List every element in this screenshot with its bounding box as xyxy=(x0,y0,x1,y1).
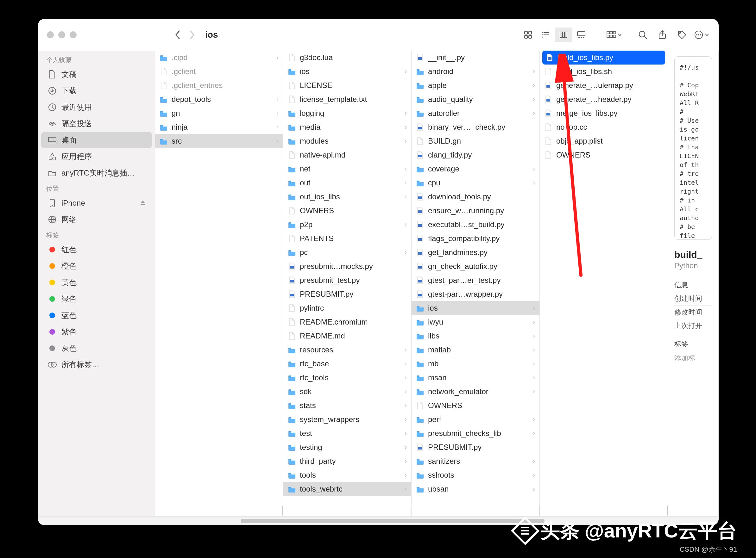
sidebar-item[interactable]: 所有标签… xyxy=(41,356,152,373)
folder-row[interactable]: gn› xyxy=(155,106,283,120)
file-row[interactable]: build_ios_libs.py xyxy=(542,51,665,65)
folder-row[interactable]: sslroots› xyxy=(412,468,539,482)
folder-row[interactable]: ubsan› xyxy=(412,482,539,496)
folder-row[interactable]: network_emulator› xyxy=(412,385,539,399)
sidebar-item[interactable]: 紫色 xyxy=(41,324,152,340)
folder-row[interactable]: media› xyxy=(283,120,411,134)
folder-row[interactable]: mb› xyxy=(412,357,539,371)
folder-row[interactable]: logging› xyxy=(283,106,411,120)
forward-button[interactable] xyxy=(186,28,198,41)
column-1[interactable]: g3doc.luaios›LICENSElicense_template.txt… xyxy=(283,51,412,516)
file-row[interactable]: OWNERS xyxy=(540,148,668,162)
eject-icon[interactable] xyxy=(140,199,146,207)
folder-row[interactable]: iwyu› xyxy=(412,315,539,329)
file-row[interactable]: g3doc.lua xyxy=(283,51,411,65)
folder-row[interactable]: ios› xyxy=(412,301,539,315)
file-row[interactable]: ensure_w…running.py xyxy=(412,204,539,218)
sidebar-item[interactable]: 绿色 xyxy=(41,291,152,307)
sidebar-item[interactable]: 橙色 xyxy=(41,258,152,274)
folder-row[interactable]: net› xyxy=(283,162,411,176)
file-row[interactable]: OWNERS xyxy=(283,204,411,218)
sidebar-item[interactable]: 蓝色 xyxy=(41,307,152,324)
minimize-dot[interactable] xyxy=(58,31,65,38)
folder-row[interactable]: sdk› xyxy=(283,385,411,399)
file-row[interactable]: generate_…ulemap.py xyxy=(540,78,668,92)
sidebar-item[interactable]: 红色 xyxy=(41,242,152,258)
file-row[interactable]: README.chromium xyxy=(283,315,411,329)
folder-row[interactable]: coverage› xyxy=(412,162,539,176)
file-row[interactable]: README.md xyxy=(283,329,411,343)
sidebar-item[interactable]: 最近使用 xyxy=(41,99,152,116)
share-icon[interactable] xyxy=(654,27,670,43)
file-row[interactable]: pylintrc xyxy=(283,301,411,315)
file-row[interactable]: gn_check_autofix.py xyxy=(412,259,539,273)
folder-row[interactable]: pc› xyxy=(283,246,411,259)
preview-add-tag[interactable]: 添加标 xyxy=(674,353,712,363)
search-icon[interactable] xyxy=(634,27,651,43)
folder-row[interactable]: out_ios_libs› xyxy=(283,190,411,204)
file-row[interactable]: flags_compatibility.py xyxy=(412,232,539,246)
action-menu-icon[interactable] xyxy=(693,27,710,43)
file-row[interactable]: LICENSE xyxy=(283,78,411,92)
sidebar-item[interactable]: 隔空投送 xyxy=(41,116,152,132)
sidebar-item[interactable]: 应用程序 xyxy=(41,148,152,165)
column-3[interactable]: build_ios_libs.pybuild_ios_libs.shgenera… xyxy=(540,51,668,516)
file-row[interactable]: PATENTS xyxy=(283,232,411,246)
sidebar-item[interactable]: 下载 xyxy=(41,82,152,99)
file-row[interactable]: gtest_par…er_test.py xyxy=(412,273,539,287)
file-row[interactable]: download_tools.py xyxy=(412,190,539,204)
file-row[interactable]: license_template.txt xyxy=(283,92,411,106)
folder-row[interactable]: ninja› xyxy=(155,120,283,134)
sidebar-item[interactable]: 文稿 xyxy=(41,66,152,82)
file-row[interactable]: no_op.cc xyxy=(540,120,668,134)
sidebar-item[interactable]: iPhone xyxy=(41,195,152,211)
file-row[interactable]: objc_app.plist xyxy=(540,134,668,148)
folder-row[interactable]: autoroller› xyxy=(412,106,539,120)
file-row[interactable]: executabl…st_build.py xyxy=(412,218,539,232)
file-row[interactable]: binary_ver…_check.py xyxy=(412,120,539,134)
folder-row[interactable]: src› xyxy=(155,134,283,148)
view-segmented-control[interactable] xyxy=(519,27,590,42)
sidebar-item[interactable]: anyRTC实时消息插… xyxy=(41,165,152,181)
tag-icon[interactable] xyxy=(674,27,690,43)
folder-row[interactable]: test› xyxy=(283,426,411,440)
folder-row[interactable]: sanitizers› xyxy=(412,454,539,468)
close-dot[interactable] xyxy=(47,31,54,38)
file-row[interactable]: .gclient xyxy=(155,65,283,78)
folder-row[interactable]: tools› xyxy=(283,468,411,482)
folder-row[interactable]: modules› xyxy=(283,134,411,148)
folder-row[interactable]: perf› xyxy=(412,412,539,426)
folder-row[interactable]: rtc_base› xyxy=(283,357,411,371)
file-row[interactable]: presubmit…mocks.py xyxy=(283,259,411,273)
file-row[interactable]: generate_…header.py xyxy=(540,92,668,106)
sidebar-item[interactable]: 灰色 xyxy=(41,340,152,356)
folder-row[interactable]: out› xyxy=(283,176,411,190)
file-row[interactable]: build_ios_libs.sh xyxy=(540,65,668,78)
folder-row[interactable]: ios› xyxy=(283,65,411,78)
folder-row[interactable]: libs› xyxy=(412,329,539,343)
file-row[interactable]: __init__.py xyxy=(412,51,539,65)
folder-row[interactable]: apple› xyxy=(412,78,539,92)
folder-row[interactable]: cpu› xyxy=(412,176,539,190)
view-columns-button[interactable] xyxy=(555,27,572,42)
file-row[interactable]: OWNERS xyxy=(412,399,539,412)
folder-row[interactable]: depot_tools› xyxy=(155,92,283,106)
scrollbar-thumb[interactable] xyxy=(241,519,544,523)
file-row[interactable]: PRESUBMIT.py xyxy=(412,440,539,454)
file-row[interactable]: native-api.md xyxy=(283,148,411,162)
file-row[interactable]: get_landmines.py xyxy=(412,246,539,259)
view-list-button[interactable] xyxy=(537,27,555,42)
file-row[interactable]: BUILD.gn xyxy=(412,134,539,148)
view-icon-button[interactable] xyxy=(519,27,537,42)
folder-row[interactable]: matlab› xyxy=(412,343,539,357)
folder-row[interactable]: audio_quality› xyxy=(412,92,539,106)
sidebar-item[interactable]: 网络 xyxy=(41,211,152,228)
column-0[interactable]: .cipd›.gclient.gclient_entriesdepot_tool… xyxy=(155,51,283,516)
file-row[interactable]: PRESUBMIT.py xyxy=(283,287,411,301)
folder-row[interactable]: msan› xyxy=(412,371,539,385)
folder-row[interactable]: presubmit_checks_lib› xyxy=(412,426,539,440)
folder-row[interactable]: testing› xyxy=(283,440,411,454)
sidebar-item[interactable]: 桌面 xyxy=(41,132,152,148)
folder-row[interactable]: stats› xyxy=(283,399,411,412)
folder-row[interactable]: .cipd› xyxy=(155,51,283,65)
